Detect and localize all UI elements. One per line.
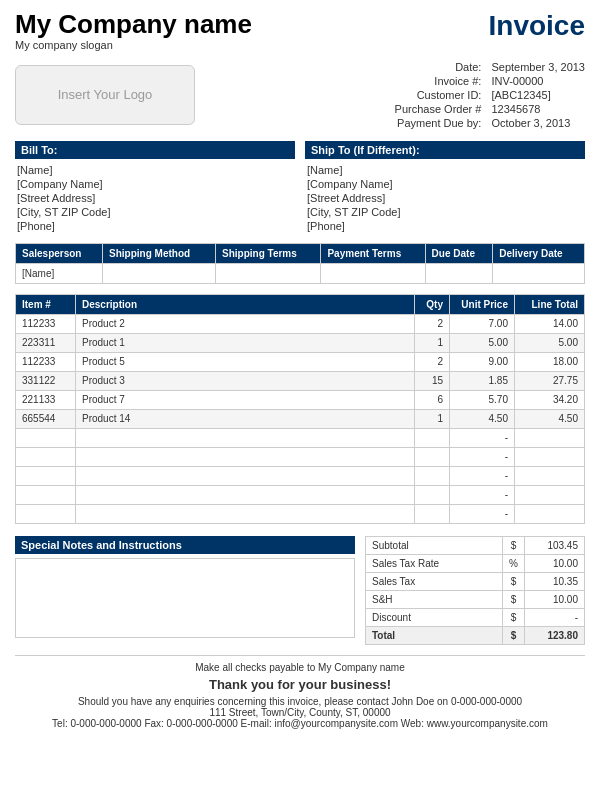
item-unit: 7.00 [450, 314, 515, 333]
item-row: 223311 Product 1 1 5.00 5.00 [16, 333, 585, 352]
page-header: My Company name My company slogan Invoic… [15, 10, 585, 51]
col-item-num: Item # [16, 294, 76, 314]
col-unit-price: Unit Price [450, 294, 515, 314]
items-table: Item # Description Qty Unit Price Line T… [15, 294, 585, 524]
col-shipping-terms: Shipping Terms [216, 243, 321, 263]
col-payment-terms: Payment Terms [321, 243, 425, 263]
item-num: 221133 [16, 390, 76, 409]
empty-item-row: - [16, 447, 585, 466]
bill-to-phone: [Phone] [15, 219, 295, 233]
thank-you: Thank you for your business! [15, 677, 585, 692]
item-unit: 5.00 [450, 333, 515, 352]
logo-placeholder: Insert Your Logo [15, 65, 195, 125]
shipping-method-val [103, 263, 216, 283]
info-section: Insert Your Logo Date: September 3, 2013… [15, 61, 585, 129]
item-row: 331122 Product 3 15 1.85 27.75 [16, 371, 585, 390]
bill-to-street: [Street Address] [15, 191, 295, 205]
company-info: My Company name My company slogan [15, 10, 252, 51]
item-total: 14.00 [515, 314, 585, 333]
empty-item-row: - [16, 428, 585, 447]
bill-to-name: [Name] [15, 163, 295, 177]
item-qty: 1 [415, 409, 450, 428]
item-num: 331122 [16, 371, 76, 390]
shipping-delivery-val [493, 263, 585, 283]
payable-line: Make all checks payable to My Company na… [15, 662, 585, 673]
sh-label: S&H [366, 590, 503, 608]
item-qty: 15 [415, 371, 450, 390]
item-desc: Product 2 [76, 314, 415, 333]
item-unit: 4.50 [450, 409, 515, 428]
shipping-table: Salesperson Shipping Method Shipping Ter… [15, 243, 585, 284]
col-qty: Qty [415, 294, 450, 314]
total-val: 123.80 [525, 626, 585, 644]
item-unit: 1.85 [450, 371, 515, 390]
item-desc: Product 7 [76, 390, 415, 409]
item-total: 18.00 [515, 352, 585, 371]
item-desc: Product 14 [76, 409, 415, 428]
due-label: Payment Due by: [395, 117, 482, 129]
notes-header: Special Notes and Instructions [15, 536, 355, 554]
item-desc: Product 3 [76, 371, 415, 390]
col-shipping-method: Shipping Method [103, 243, 216, 263]
empty-item-row: - [16, 485, 585, 504]
item-row: 112233 Product 2 2 7.00 14.00 [16, 314, 585, 333]
item-row: 112233 Product 5 2 9.00 18.00 [16, 352, 585, 371]
item-desc: Product 1 [76, 333, 415, 352]
item-unit: 9.00 [450, 352, 515, 371]
company-name: My Company name [15, 10, 252, 39]
ship-to-company: [Company Name] [305, 177, 585, 191]
tax-row: Sales Tax $ 10.35 [366, 572, 585, 590]
subtotal-label: Subtotal [366, 536, 503, 554]
item-total: 34.20 [515, 390, 585, 409]
col-description: Description [76, 294, 415, 314]
enquiry-line: Should you have any enquiries concerning… [15, 696, 585, 707]
item-unit: 5.70 [450, 390, 515, 409]
date-label: Date: [395, 61, 482, 73]
address-section: Bill To: [Name] [Company Name] [Street A… [15, 141, 585, 233]
item-row: 221133 Product 7 6 5.70 34.20 [16, 390, 585, 409]
item-qty: 6 [415, 390, 450, 409]
item-qty: 1 [415, 333, 450, 352]
ship-to-block: Ship To (If Different): [Name] [Company … [305, 141, 585, 233]
empty-item-row: - [16, 466, 585, 485]
subtotal-row: Subtotal $ 103.45 [366, 536, 585, 554]
subtotal-sym: $ [503, 536, 525, 554]
discount-label: Discount [366, 608, 503, 626]
total-sym: $ [503, 626, 525, 644]
address-line: 111 Street, Town/City, County, ST, 00000 [15, 707, 585, 718]
bill-to-company: [Company Name] [15, 177, 295, 191]
sh-row: S&H $ 10.00 [366, 590, 585, 608]
shipping-due-val [425, 263, 493, 283]
ship-to-street: [Street Address] [305, 191, 585, 205]
item-num: 112233 [16, 314, 76, 333]
customer-id-label: Customer ID: [395, 89, 482, 101]
item-total: 4.50 [515, 409, 585, 428]
sh-val: 10.00 [525, 590, 585, 608]
tax-rate-label: Sales Tax Rate [366, 554, 503, 572]
tax-sym: $ [503, 572, 525, 590]
invoice-num-value: INV-00000 [491, 75, 585, 87]
sh-sym: $ [503, 590, 525, 608]
ship-to-header: Ship To (If Different): [305, 141, 585, 159]
bottom-section: Special Notes and Instructions Subtotal … [15, 536, 585, 645]
ship-to-city: [City, ST ZIP Code] [305, 205, 585, 219]
item-qty: 2 [415, 352, 450, 371]
item-num: 112233 [16, 352, 76, 371]
item-row: 665544 Product 14 1 4.50 4.50 [16, 409, 585, 428]
tax-val: 10.35 [525, 572, 585, 590]
item-total: 27.75 [515, 371, 585, 390]
tax-rate-val: 10.00 [525, 554, 585, 572]
tax-rate-sym: % [503, 554, 525, 572]
tax-label: Sales Tax [366, 572, 503, 590]
invoice-num-label: Invoice #: [395, 75, 482, 87]
contact-line: Tel: 0-000-000-0000 Fax: 0-000-000-0000 … [15, 718, 585, 729]
item-qty: 2 [415, 314, 450, 333]
customer-id-value: [ABC12345] [491, 89, 585, 101]
totals-block: Subtotal $ 103.45 Sales Tax Rate % 10.00… [365, 536, 585, 645]
bill-to-block: Bill To: [Name] [Company Name] [Street A… [15, 141, 295, 233]
discount-row: Discount $ - [366, 608, 585, 626]
col-due-date: Due Date [425, 243, 493, 263]
date-value: September 3, 2013 [491, 61, 585, 73]
invoice-meta: Date: September 3, 2013 Invoice #: INV-0… [395, 61, 585, 129]
col-salesperson: Salesperson [16, 243, 103, 263]
